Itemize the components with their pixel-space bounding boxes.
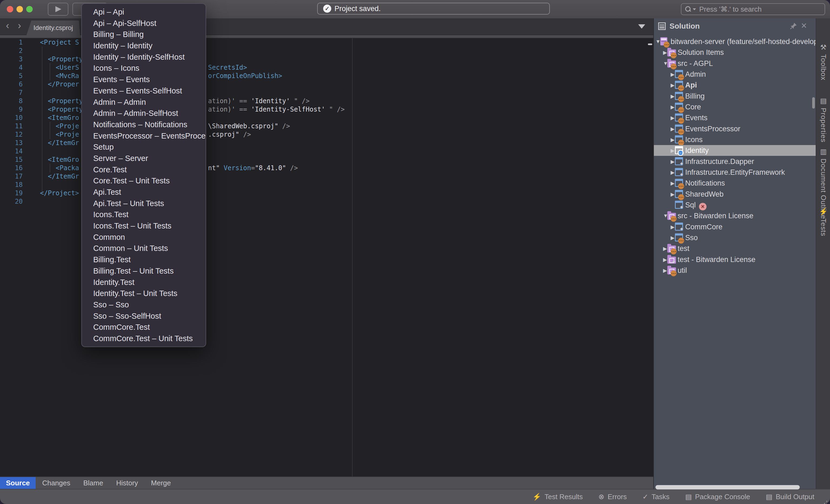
tree-row-util[interactable]: ▶util	[654, 265, 816, 276]
tree-row-sso[interactable]: ▶Sso	[654, 232, 816, 243]
menu-item-server-server[interactable]: Server – Server	[82, 153, 205, 164]
close-window-button[interactable]	[7, 6, 13, 12]
tree-row-sharedweb[interactable]: ▶SharedWeb	[654, 189, 816, 200]
solution-vertical-scrollbar-thumb[interactable]	[812, 97, 815, 109]
chevron-collapsed-icon[interactable]: ▶	[671, 159, 675, 165]
resize-grip[interactable]	[826, 501, 827, 502]
tab-overflow-button[interactable]	[638, 24, 645, 29]
vc-tab-merge[interactable]: Merge	[145, 477, 178, 489]
menu-item-billing-test-unit-tests[interactable]: Billing.Test – Unit Tests	[82, 266, 205, 277]
chevron-collapsed-icon[interactable]: ▶	[671, 180, 675, 187]
menu-item-events-events-selfhost[interactable]: Events – Events-SelfHost	[82, 86, 205, 97]
tree-row-src-bitwarden-license[interactable]: ▼src - Bitwarden License	[654, 210, 816, 221]
menu-item-setup[interactable]: Setup	[82, 141, 205, 153]
navigate-back-button[interactable]: ‹	[3, 20, 12, 31]
chevron-collapsed-icon[interactable]: ▶	[671, 71, 675, 77]
chevron-collapsed-icon[interactable]: ▶	[671, 115, 675, 121]
solution-horizontal-scrollbar-thumb[interactable]	[656, 485, 800, 490]
chevron-collapsed-icon[interactable]: ▶	[663, 257, 667, 263]
menu-item-identity-identity[interactable]: Identity – Identity	[82, 40, 205, 52]
vc-tab-source[interactable]: Source	[0, 477, 36, 489]
chevron-collapsed-icon[interactable]: ▶	[663, 267, 667, 274]
tree-row-api[interactable]: ▶Api	[654, 80, 816, 91]
chevron-collapsed-icon[interactable]: ▶	[671, 191, 675, 197]
chevron-collapsed-icon[interactable]: ▶	[671, 224, 675, 230]
tree-row-commcore[interactable]: ▶✦CommCore	[654, 222, 816, 232]
global-search-input[interactable]: Press '⌘.' to search	[681, 3, 825, 15]
search-scope-chevron-icon[interactable]	[693, 8, 696, 10]
menu-item-identity-test[interactable]: Identity.Test	[82, 277, 205, 288]
menu-item-icons-icons[interactable]: Icons – Icons	[82, 63, 205, 74]
tree-row-infrastructure-entityframework[interactable]: ▶✦Infrastructure.EntityFramework	[654, 167, 816, 178]
chevron-collapsed-icon[interactable]: ▶	[671, 137, 675, 143]
chevron-collapsed-icon[interactable]: ▶	[671, 93, 675, 99]
tree-row-infrastructure-dapper[interactable]: ▶✦Infrastructure.Dapper	[654, 156, 816, 167]
tree-row-billing[interactable]: ▶Billing	[654, 91, 816, 102]
statusbar-build-output[interactable]: ▤Build Output	[766, 493, 814, 501]
menu-item-eventsprocessor-eventsprocessor[interactable]: EventsProcessor – EventsProcessor	[82, 130, 205, 142]
statusbar-errors[interactable]: ⊗Errors	[599, 493, 627, 501]
minimize-window-button[interactable]	[17, 6, 23, 12]
navigate-forward-button[interactable]: ›	[14, 20, 24, 31]
menu-item-api-test[interactable]: Api.Test	[82, 187, 205, 198]
vc-tab-changes[interactable]: Changes	[36, 477, 77, 489]
zoom-window-button[interactable]	[26, 6, 33, 12]
chevron-collapsed-icon[interactable]: ▶	[671, 147, 675, 154]
menu-item-core-test[interactable]: Core.Test	[82, 164, 205, 175]
tree-row-eventsprocessor[interactable]: ▶EventsProcessor	[654, 124, 816, 134]
tree-row-admin[interactable]: ▶Admin	[654, 69, 816, 80]
dock-tab-tests[interactable]: ⚡Tests	[816, 207, 830, 236]
chevron-collapsed-icon[interactable]: ▶	[663, 49, 667, 56]
tree-row-core[interactable]: ▶Core	[654, 102, 816, 112]
vc-tab-blame[interactable]: Blame	[77, 477, 110, 489]
menu-item-common[interactable]: Common	[82, 232, 205, 243]
dock-tab-toolbox[interactable]: ⚒Toolbox	[816, 43, 830, 80]
menu-item-identity-identity-selfhost[interactable]: Identity – Identity-SelfHost	[82, 52, 205, 63]
menu-item-admin-admin[interactable]: Admin – Admin	[82, 97, 205, 108]
menu-item-commcore-test[interactable]: CommCore.Test	[82, 322, 205, 333]
tree-row-notifications[interactable]: ▶Notifications	[654, 178, 816, 189]
menu-item-api-test-unit-tests[interactable]: Api.Test – Unit Tests	[82, 198, 205, 209]
menu-item-billing-billing[interactable]: Billing – Billing	[82, 29, 205, 40]
tree-row-sql[interactable]: ✦Sql×	[654, 200, 816, 210]
menu-item-icons-test[interactable]: Icons.Test	[82, 209, 205, 221]
menu-item-api-api-selfhost[interactable]: Api – Api-SelfHost	[82, 18, 205, 29]
menu-item-sso-sso[interactable]: Sso – Sso	[82, 299, 205, 311]
menu-item-icons-test-unit-tests[interactable]: Icons.Test – Unit Tests	[82, 221, 205, 232]
menu-item-identity-test-unit-tests[interactable]: Identity.Test – Unit Tests	[82, 288, 205, 299]
menu-item-events-events[interactable]: Events – Events	[82, 74, 205, 86]
statusbar-package-console[interactable]: ▤Package Console	[685, 493, 750, 501]
menu-item-notifications-notifications[interactable]: Notifications – Notifications	[82, 119, 205, 130]
tree-row-test-bitwarden-license[interactable]: ▶✦test - Bitwarden License	[654, 254, 816, 265]
tab-identity-csproj[interactable]: Identity.csproj	[27, 21, 80, 35]
chevron-collapsed-icon[interactable]: ▶	[671, 104, 675, 110]
chevron-collapsed-icon[interactable]: ▶	[671, 82, 675, 88]
tree-row-src-agpl[interactable]: ▼src - AGPL	[654, 58, 816, 69]
chevron-collapsed-icon[interactable]: ▶	[671, 126, 675, 132]
chevron-collapsed-icon[interactable]: ▶	[671, 235, 675, 241]
menu-item-commcore-test-unit-tests[interactable]: CommCore.Test – Unit Tests	[82, 333, 205, 344]
menu-item-billing-test[interactable]: Billing.Test	[82, 254, 205, 266]
tree-row-icons[interactable]: ▶Icons	[654, 134, 816, 145]
statusbar-test-results[interactable]: ⚡Test Results	[533, 493, 583, 501]
vc-tab-history[interactable]: History	[110, 477, 145, 489]
close-icon[interactable]: ×	[801, 20, 807, 31]
tree-row-identity[interactable]: ▶Identity	[654, 145, 816, 156]
menu-item-api-api[interactable]: Api – Api	[82, 6, 205, 18]
menu-item-admin-admin-selfhost[interactable]: Admin – Admin-SelfHost	[82, 108, 205, 119]
tree-row-solution-items[interactable]: ▶Solution Items	[654, 47, 816, 58]
chevron-expanded-icon[interactable]: ▼	[656, 39, 661, 44]
pin-icon[interactable]	[790, 22, 797, 31]
tree-row-events[interactable]: ▶Events	[654, 112, 816, 123]
statusbar-tasks[interactable]: ✓Tasks	[642, 493, 670, 501]
tree-row-test[interactable]: ▶test	[654, 243, 816, 254]
chevron-collapsed-icon[interactable]: ▶	[663, 245, 667, 252]
dock-tab-properties[interactable]: ▤Properties	[816, 97, 830, 143]
tree-row-bitwarden-server-feature-self-hosted-development-[interactable]: ▼bitwarden-server (feature/self-hosted-d…	[654, 36, 816, 47]
menu-item-common-unit-tests[interactable]: Common – Unit Tests	[82, 243, 205, 254]
run-button[interactable]	[48, 3, 68, 16]
editor-scrollbar-thumb[interactable]	[648, 43, 652, 45]
chevron-collapsed-icon[interactable]: ▶	[671, 169, 675, 175]
menu-item-core-test-unit-tests[interactable]: Core.Test – Unit Tests	[82, 175, 205, 187]
menu-item-sso-sso-selfhost[interactable]: Sso – Sso-SelfHost	[82, 311, 205, 322]
